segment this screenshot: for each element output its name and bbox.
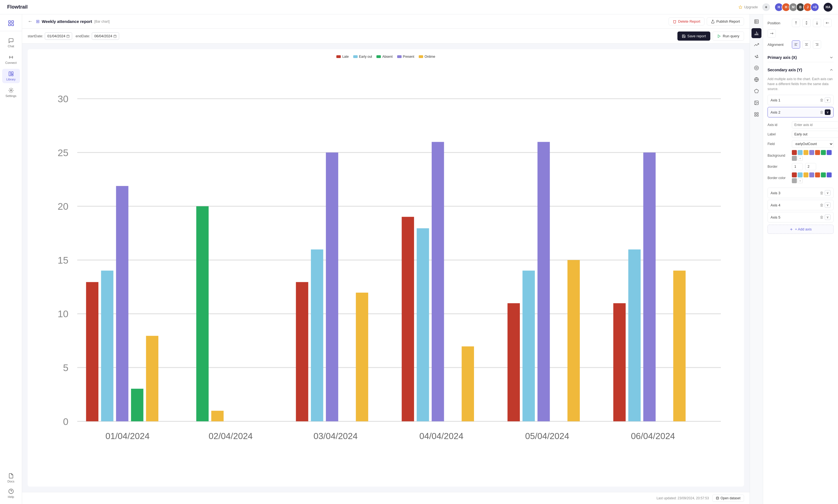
axis-5-item[interactable]: Axis 5 🗑 ∨ bbox=[768, 212, 834, 222]
svg-text:25: 25 bbox=[58, 147, 69, 158]
axis-id-input[interactable] bbox=[792, 121, 838, 128]
back-button[interactable]: ← bbox=[28, 19, 33, 24]
axis-4-expand-btn[interactable]: ∨ bbox=[825, 202, 831, 208]
label-input[interactable] bbox=[792, 131, 838, 138]
sidebar-item-chat[interactable]: Chat bbox=[2, 36, 20, 50]
svg-rect-91 bbox=[757, 112, 758, 114]
border-swatch-4[interactable] bbox=[809, 173, 814, 177]
save-report-button[interactable]: Save report bbox=[677, 32, 710, 41]
axis-2-label: Axis 2 bbox=[770, 110, 780, 114]
axis-3-delete-btn[interactable]: 🗑 bbox=[820, 191, 824, 195]
open-dataset-button[interactable]: Open dataset bbox=[712, 494, 744, 502]
axis-1-delete-btn[interactable]: 🗑 bbox=[820, 98, 824, 102]
bg-swatch-8[interactable] bbox=[792, 156, 797, 161]
axis-4-item[interactable]: Axis 4 🗑 ∨ bbox=[768, 200, 834, 210]
icon-strip-grid[interactable] bbox=[751, 109, 762, 119]
icon-strip-pentagon[interactable] bbox=[751, 86, 762, 96]
align-right-icon bbox=[815, 42, 819, 47]
bg-swatch-add[interactable]: + bbox=[798, 156, 803, 161]
align-center-btn[interactable] bbox=[802, 40, 810, 49]
axis-2-item[interactable]: Axis 2 🗑 ∨ bbox=[768, 107, 834, 118]
icon-strip-bar[interactable] bbox=[751, 28, 762, 38]
end-date-input[interactable]: 06/04/2024 bbox=[92, 32, 119, 40]
bg-swatch-5[interactable] bbox=[815, 150, 820, 155]
add-axis-button[interactable]: + Add axis bbox=[768, 224, 834, 234]
axis-2-actions: 🗑 ∨ bbox=[820, 109, 831, 115]
primary-axis-header[interactable]: Primary axis (X) bbox=[768, 53, 834, 62]
bg-swatch-2[interactable] bbox=[798, 150, 803, 155]
border-swatch-8[interactable] bbox=[792, 178, 797, 183]
alignment-row: Alignment bbox=[768, 40, 834, 49]
icon-strip-trend[interactable] bbox=[751, 40, 762, 50]
icon-strip-scatter[interactable] bbox=[751, 51, 762, 61]
chart-legend: Late Early out Absent Present bbox=[33, 55, 738, 58]
sidebar-item-settings[interactable]: Settings bbox=[2, 85, 20, 100]
svg-point-83 bbox=[754, 66, 759, 70]
grid-icon bbox=[754, 112, 759, 117]
delete-report-button[interactable]: Delete Report bbox=[668, 17, 705, 25]
sidebar-item-connect[interactable]: Connect bbox=[2, 52, 20, 67]
position-top-btn[interactable] bbox=[792, 19, 800, 27]
svg-point-81 bbox=[756, 57, 757, 58]
position-left-btn[interactable] bbox=[823, 19, 832, 27]
position-right-btn[interactable] bbox=[768, 29, 776, 38]
icon-strip-table[interactable] bbox=[751, 17, 762, 26]
icon-strip bbox=[750, 14, 763, 504]
position-bottom-btn[interactable] bbox=[813, 19, 821, 27]
axis-5-expand-btn[interactable]: ∨ bbox=[825, 214, 831, 220]
bg-swatch-3[interactable] bbox=[803, 150, 808, 155]
axis-3-item[interactable]: Axis 3 🗑 ∨ bbox=[768, 187, 834, 198]
start-date-input[interactable]: 01/04/2024 bbox=[45, 32, 72, 40]
border-radius-input[interactable] bbox=[805, 163, 816, 170]
run-query-button[interactable]: Run query bbox=[713, 32, 744, 41]
axis-4-delete-btn[interactable]: 🗑 bbox=[820, 203, 824, 207]
axis-1-label: Axis 1 bbox=[770, 98, 780, 102]
pos-center-v-icon bbox=[805, 21, 808, 25]
primary-axis-label: Primary axis (X) bbox=[768, 55, 797, 60]
bg-swatch-1[interactable] bbox=[792, 150, 797, 155]
axis-1-item[interactable]: Axis 1 🗑 ∨ bbox=[768, 95, 834, 105]
axis-2-expand-btn[interactable]: ∨ bbox=[825, 109, 831, 115]
axis-2-delete-btn[interactable]: 🗑 bbox=[820, 110, 824, 114]
svg-rect-43 bbox=[116, 186, 128, 421]
icon-strip-donut[interactable] bbox=[751, 63, 762, 73]
border-swatch-2[interactable] bbox=[798, 173, 803, 177]
legend-dot-absent bbox=[376, 55, 381, 58]
bg-swatch-6[interactable] bbox=[821, 150, 826, 155]
border-swatch-6[interactable] bbox=[821, 173, 826, 177]
bg-swatch-4[interactable] bbox=[809, 150, 814, 155]
border-width-input[interactable] bbox=[792, 163, 803, 170]
axis-1-expand-btn[interactable]: ∨ bbox=[825, 97, 831, 103]
border-swatch-add[interactable]: + bbox=[798, 178, 803, 183]
icon-strip-globe[interactable] bbox=[751, 75, 762, 85]
align-left-btn[interactable] bbox=[792, 40, 800, 49]
sidebar-item-help[interactable]: Help bbox=[2, 486, 20, 501]
add-button[interactable]: + bbox=[762, 3, 770, 11]
secondary-axis-header[interactable]: Secondary axis (Y) bbox=[768, 66, 834, 74]
legend-label-absent: Absent bbox=[382, 55, 392, 58]
publish-report-button[interactable]: Publish Report bbox=[707, 17, 744, 25]
avatar-more: +3 bbox=[810, 3, 819, 12]
end-date-filter: endDate: 06/04/2024 bbox=[75, 32, 119, 40]
border-swatch-7[interactable] bbox=[827, 173, 832, 177]
border-swatch-5[interactable] bbox=[815, 173, 820, 177]
svg-text:30: 30 bbox=[58, 93, 69, 104]
sidebar-item-library[interactable]: Library bbox=[2, 69, 20, 83]
icon-strip-image[interactable] bbox=[751, 98, 762, 108]
legend-label-ontime: Ontime bbox=[425, 55, 435, 58]
position-center-v-btn[interactable] bbox=[802, 19, 810, 27]
table-icon bbox=[754, 19, 759, 24]
end-date-label: endDate: bbox=[75, 34, 90, 38]
svg-rect-67 bbox=[643, 152, 656, 421]
border-swatch-1[interactable] bbox=[792, 173, 797, 177]
sidebar-item-docs[interactable]: Docs bbox=[2, 471, 20, 485]
bg-swatch-7[interactable] bbox=[827, 150, 832, 155]
report-title-area: ⊞ Weekly attendance report [Bar chart] bbox=[36, 19, 665, 24]
upgrade-button[interactable]: Upgrade bbox=[738, 5, 758, 9]
field-select[interactable]: earlyOutCount bbox=[792, 140, 834, 148]
border-row: Border bbox=[768, 163, 834, 170]
align-right-btn[interactable] bbox=[813, 40, 821, 49]
axis-3-expand-btn[interactable]: ∨ bbox=[825, 190, 831, 196]
axis-5-delete-btn[interactable]: 🗑 bbox=[820, 215, 824, 219]
border-swatch-3[interactable] bbox=[803, 173, 808, 177]
